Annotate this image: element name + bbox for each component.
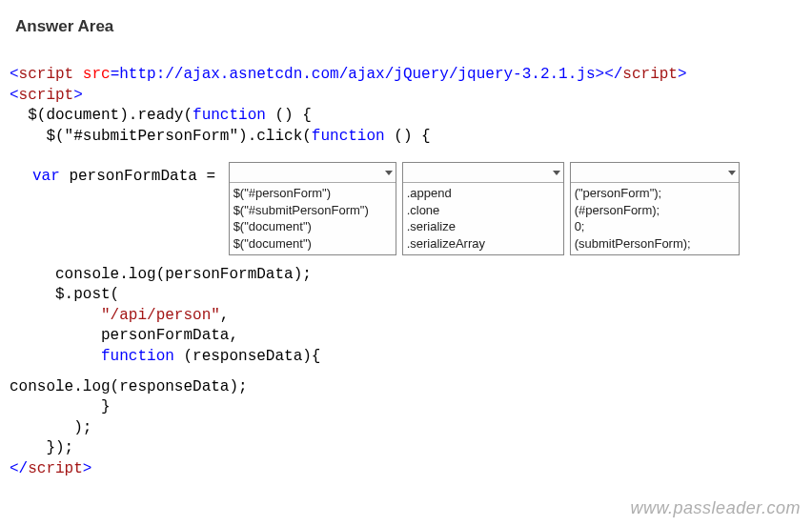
- dropdown-2-option[interactable]: .serialize: [407, 218, 559, 235]
- console1-text: console.log(personFormData);: [10, 266, 312, 283]
- var-declaration-row: var personFormData = $("#personForm") $(…: [10, 162, 802, 254]
- click-call: $("#submitPersonForm").click(: [10, 128, 312, 145]
- dropdown-2-options: .append .clone .serialize .serializeArra…: [403, 183, 563, 253]
- post-data-line: personFormData,: [10, 326, 802, 347]
- console-log-1: console.log(personFormData);: [10, 265, 802, 286]
- brace1: }: [10, 398, 111, 415]
- doc-ready: $(document).ready(: [10, 107, 193, 124]
- close-lt: </: [604, 66, 622, 83]
- close-script-tag: script: [28, 460, 83, 477]
- close-script-line: </script>: [10, 459, 802, 480]
- callback-rest: (responseData){: [174, 348, 321, 365]
- dropdown-group: $("#personForm") $("#submitPersonForm") …: [229, 162, 740, 254]
- dropdown-2-option[interactable]: .serializeArray: [407, 235, 559, 253]
- url-text: http://ajax.asnetcdn.com/ajax/jQuery/jqu…: [119, 66, 595, 83]
- watermark: www.passleader.com: [631, 498, 801, 518]
- src-attr: src: [73, 66, 110, 83]
- dropdown-2-option[interactable]: .clone: [407, 202, 559, 219]
- script-tag: script: [19, 66, 74, 83]
- dropdown-1-option[interactable]: $("document"): [233, 235, 392, 253]
- dropdown-1[interactable]: $("#personForm") $("#submitPersonForm") …: [229, 162, 396, 254]
- dropdown-3-option[interactable]: (submitPersonForm);: [575, 235, 735, 253]
- close-click-line: });: [10, 438, 802, 459]
- chevron-down-icon: [553, 171, 560, 175]
- code-block: <script src=http://ajax.asnetcdn.com/aja…: [10, 65, 802, 480]
- dropdown-1-option[interactable]: $("#submitPersonForm"): [233, 202, 392, 219]
- close-click: });: [10, 439, 73, 456]
- eq: =: [111, 66, 120, 83]
- callback-line: function (responseData){: [10, 347, 802, 368]
- var-label: var personFormData =: [10, 162, 225, 187]
- paren-open: () {: [266, 107, 312, 124]
- lt: <: [10, 66, 19, 83]
- post-data: personFormData,: [10, 327, 238, 344]
- dropdown-1-options: $("#personForm") $("#submitPersonForm") …: [230, 183, 396, 253]
- close-script: script: [622, 66, 678, 83]
- answer-area-title: Answer Area: [15, 17, 802, 36]
- dropdown-1-option[interactable]: $("document"): [233, 218, 392, 235]
- script-cdn-line: <script src=http://ajax.asnetcdn.com/aja…: [10, 65, 802, 86]
- doc-ready-line: $(document).ready(function () {: [10, 106, 802, 127]
- var-name: personFormData =: [60, 168, 225, 185]
- dropdown-3-option[interactable]: 0;: [575, 218, 735, 235]
- click-line: $("#submitPersonForm").click(function ()…: [10, 127, 802, 148]
- function-kw: function: [193, 107, 266, 124]
- close-paren-line: );: [10, 418, 802, 439]
- close-gt: >: [678, 66, 687, 83]
- dropdown-1-option[interactable]: $("#personForm"): [233, 185, 392, 202]
- dropdown-2[interactable]: .append .clone .serialize .serializeArra…: [402, 162, 564, 254]
- script-open-line: <script>: [10, 86, 802, 107]
- close-lt2: </: [10, 460, 28, 477]
- chevron-down-icon: [728, 171, 736, 175]
- api-path-line: "/api/person",: [10, 306, 802, 327]
- dropdown-2-option[interactable]: .append: [407, 185, 559, 202]
- script-tag2: script: [19, 87, 74, 104]
- dropdown-3-header[interactable]: [571, 163, 739, 183]
- dropdown-2-header[interactable]: [403, 163, 563, 183]
- gt2: >: [73, 87, 83, 104]
- api-path: "/api/person": [101, 307, 220, 324]
- dropdown-3-option[interactable]: (#personForm);: [575, 202, 735, 219]
- close-gt2: >: [83, 460, 92, 477]
- post-line: $.post(: [10, 285, 802, 306]
- dropdown-3[interactable]: ("personForm"); (#personForm); 0; (submi…: [570, 162, 740, 254]
- lt2: <: [10, 87, 19, 104]
- function-kw3: function: [101, 348, 174, 365]
- comma: ,: [220, 307, 230, 324]
- console2-text: console.log(responseData);: [10, 378, 248, 395]
- console-log-2: console.log(responseData);: [10, 377, 802, 398]
- dropdown-1-header[interactable]: [230, 163, 396, 183]
- post-call: $.post(: [10, 286, 119, 303]
- dropdown-3-option[interactable]: ("personForm");: [575, 185, 735, 202]
- var-kw: var: [32, 168, 60, 185]
- dropdown-3-options: ("personForm"); (#personForm); 0; (submi…: [571, 183, 739, 253]
- paren-open2: () {: [385, 128, 431, 145]
- chevron-down-icon: [385, 171, 393, 175]
- close-brace-line: }: [10, 397, 802, 418]
- gt: >: [596, 66, 605, 83]
- close-paren: );: [10, 419, 91, 436]
- function-kw2: function: [312, 128, 385, 145]
